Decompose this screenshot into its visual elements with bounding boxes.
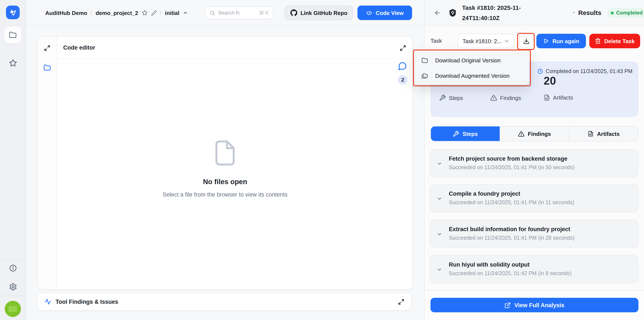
breadcrumb-separator: / [160, 10, 162, 16]
shield-icon [448, 8, 458, 18]
sidebar-divider [0, 296, 26, 296]
comments-button[interactable] [398, 62, 407, 71]
status-badge: Completed [607, 8, 644, 18]
delete-task-button[interactable]: Delete Task [589, 34, 640, 48]
chevron-down-icon[interactable] [436, 267, 442, 272]
left-sidebar [0, 0, 26, 320]
step-status: Succeeded on 11/24/2025, 01:41 PM (in 11… [449, 199, 574, 205]
tool-findings-bar[interactable]: Tool Findings & Issues [37, 293, 412, 310]
tab-findings-label: Findings [528, 131, 551, 137]
download-original-version-label: Download Original Version [435, 57, 500, 64]
task-select-value: Task #1810: 2... [462, 38, 501, 44]
comments-count-badge[interactable]: 2 [398, 75, 408, 85]
step-title: Extract build information for foundry pr… [449, 226, 570, 232]
empty-state-subtitle: Select a file from the browser to view i… [162, 191, 288, 198]
step-row[interactable]: Extract build information for foundry pr… [430, 220, 638, 248]
breadcrumb-project[interactable]: demo_project_2 [96, 10, 138, 16]
editor-left-rail [38, 37, 57, 289]
folder-icon [44, 64, 51, 71]
results-heading: Results [578, 9, 601, 16]
tool-findings-title: Tool Findings & Issues [56, 298, 394, 305]
trash-icon [595, 38, 601, 44]
edit-pencil-icon[interactable] [151, 10, 156, 16]
tab-findings[interactable]: Findings [500, 126, 569, 141]
step-row[interactable]: Compile a foundry project Succeeded on 1… [430, 184, 638, 212]
back-button[interactable] [434, 10, 441, 16]
app-logo[interactable] [6, 6, 20, 19]
warning-triangle-icon [518, 131, 524, 137]
user-avatar[interactable] [5, 301, 21, 317]
link-github-repo-label: Link GitHub Repo [300, 10, 348, 16]
empty-state-title: No files open [203, 178, 247, 186]
status-dot [611, 11, 614, 14]
search-icon [210, 10, 215, 16]
sidebar-item-info[interactable] [4, 259, 21, 276]
chevron-down-icon[interactable] [436, 231, 442, 237]
download-augmented-version-label: Download Augmented Version [435, 72, 510, 79]
tab-steps-label: Steps [463, 131, 478, 137]
completed-on: Completed on 11/24/2025, 01:43 PM [537, 68, 632, 74]
delete-task-label: Delete Task [604, 38, 635, 44]
step-row[interactable]: Run hiyul with solidity output Succeeded… [430, 255, 638, 283]
warning-triangle-icon [490, 94, 497, 101]
download-original-version-item[interactable]: Download Original Version [415, 53, 529, 68]
results-tabs: Steps Findings Artifacts [430, 126, 638, 141]
step-status: Succeeded on 11/24/2025, 01:41 PM (in 28… [449, 235, 574, 241]
task-panel-header: Task #1810: 2025-11-24T11:40:10Z Results… [424, 0, 644, 26]
avatar-glyph [8, 306, 17, 312]
chevron-down-icon[interactable] [436, 161, 442, 167]
link-github-repo-button[interactable]: Link GitHub Repo [284, 6, 353, 20]
breadcrumb-branch[interactable]: initial [165, 10, 179, 16]
github-icon [290, 10, 297, 16]
run-again-label: Run again [552, 38, 579, 44]
completed-on-text: Completed on 11/24/2025, 01:43 PM [546, 68, 632, 74]
expand-file-browser-button[interactable] [44, 45, 50, 51]
code-icon [366, 10, 372, 16]
tab-steps[interactable]: Steps [431, 126, 500, 141]
stat-artifacts: 20 Artifacts [544, 74, 573, 101]
expand-icon [400, 45, 406, 51]
external-link-icon [504, 302, 511, 308]
sidebar-item-files[interactable] [4, 27, 21, 44]
run-again-button[interactable]: Run again [536, 34, 586, 48]
status-badge-label: Completed [616, 10, 643, 16]
sidebar-item-settings[interactable] [4, 278, 21, 295]
chevron-up-icon[interactable] [183, 10, 188, 15]
arrow-left-icon [434, 10, 441, 16]
step-title: Fetch project source from backend storag… [449, 156, 567, 162]
folder-icon [9, 31, 17, 39]
gear-icon [9, 283, 17, 291]
expand-editor-button[interactable] [400, 45, 406, 51]
audithub-logo-icon [8, 8, 17, 17]
expand-icon [398, 298, 404, 305]
artifacts-count: 20 [544, 74, 573, 88]
step-title: Run hiyul with solidity output [449, 261, 530, 268]
tab-artifacts[interactable]: Artifacts [569, 126, 638, 141]
annotation-box-download-button [517, 33, 535, 50]
view-full-analysis-button[interactable]: View Full Analysis [430, 298, 638, 312]
document-icon [544, 94, 550, 101]
sidebar-item-favorites[interactable] [4, 54, 21, 71]
artifacts-stat-label: Artifacts [553, 94, 573, 101]
document-icon [588, 131, 594, 137]
breadcrumb-app[interactable]: AuditHub Demo [45, 10, 87, 16]
task-select[interactable]: Task #1810: 2... [458, 34, 514, 48]
step-row[interactable]: Fetch project source from backend storag… [430, 149, 638, 177]
code-view-label: Code View [376, 10, 404, 16]
favorite-star-icon[interactable] [142, 10, 148, 16]
step-status: Succeeded on 11/24/2025, 01:41 PM (in 50… [449, 164, 574, 170]
clock-icon [537, 68, 543, 74]
editor-title: Code editor [63, 45, 95, 51]
file-browser-tab[interactable] [44, 64, 51, 71]
search-input[interactable]: Search fc ⌘ K [205, 7, 273, 19]
download-augmented-version-item[interactable]: Download Augmented Version [415, 68, 529, 83]
breadcrumb-separator: / [90, 10, 92, 16]
chevron-down-icon[interactable] [436, 196, 442, 202]
expand-findings-button[interactable] [398, 298, 404, 305]
folders-icon [422, 72, 428, 79]
code-view-button[interactable]: Code View [358, 6, 412, 20]
findings-stat-label: Findings [500, 95, 521, 101]
step-title: Compile a foundry project [449, 191, 520, 197]
editor-right-rail: 2 [393, 37, 412, 289]
top-bar: AuditHub Demo / demo_project_2 / initial… [26, 0, 424, 26]
